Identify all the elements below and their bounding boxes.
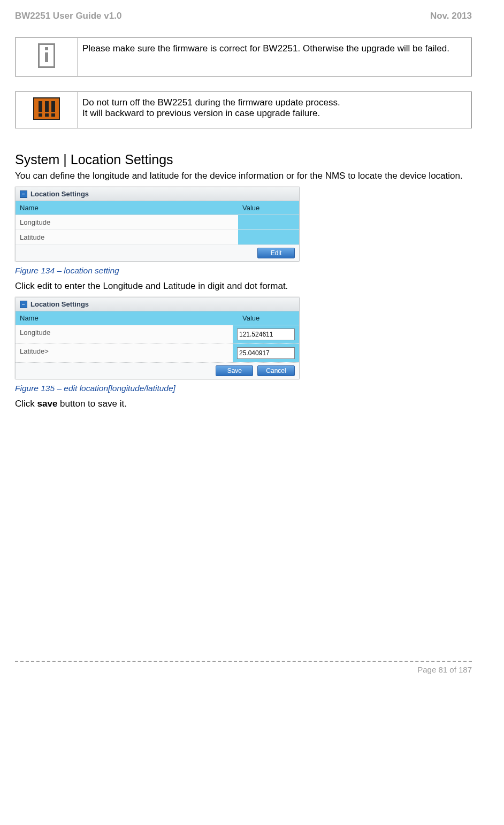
- instruction-text-save: Click save button to save it.: [15, 399, 472, 409]
- warning-line1: Do not turn off the BW2251 during the fi…: [82, 97, 340, 108]
- longitude-input[interactable]: [237, 329, 295, 340]
- save-bold: save: [37, 399, 58, 409]
- info-icon-cell: [16, 38, 78, 77]
- panel-footer: Save Cancel: [16, 363, 299, 379]
- col-header-name: Name: [16, 201, 238, 215]
- table-row: Longitude: [16, 325, 299, 344]
- col-header-value: Value: [238, 201, 299, 215]
- row-label-latitude: Latitude>: [16, 344, 233, 362]
- save-pre: Click: [15, 399, 37, 409]
- panel-footer: Edit: [16, 245, 299, 261]
- footer-divider: [15, 661, 472, 662]
- table-header-row: Name Value: [16, 311, 299, 325]
- panel-title: Location Settings: [30, 300, 89, 308]
- instruction-text-edit: Click edit to enter the Longitude and La…: [15, 281, 472, 292]
- save-button[interactable]: Save: [216, 365, 253, 376]
- info-text: Please make sure the firmware is correct…: [78, 38, 472, 77]
- row-value-latitude: [238, 230, 299, 245]
- doc-title: BW2251 User Guide v1.0: [15, 11, 121, 21]
- table-row: Latitude: [16, 230, 299, 245]
- info-icon: [38, 43, 55, 68]
- row-label-longitude: Longitude: [16, 215, 238, 230]
- table-row: Longitude: [16, 215, 299, 230]
- page-number: Page 81 of 187: [15, 665, 472, 674]
- doc-date: Nov. 2013: [430, 11, 472, 21]
- save-post: button to save it.: [57, 399, 126, 409]
- info-callout: Please make sure the firmware is correct…: [15, 37, 472, 77]
- warning-text: Do not turn off the BW2251 during the fi…: [78, 92, 472, 128]
- row-value-longitude: [238, 215, 299, 230]
- warning-icon: [33, 97, 60, 120]
- section-intro: You can define the longitude and latitud…: [15, 171, 472, 181]
- cancel-button[interactable]: Cancel: [257, 365, 295, 376]
- location-settings-panel-view: − Location Settings Name Value Longitude…: [15, 187, 300, 262]
- latitude-input[interactable]: [237, 347, 295, 359]
- warning-line2: It will backward to previous version in …: [82, 108, 320, 118]
- col-header-value: Value: [238, 311, 299, 325]
- warning-callout: Do not turn off the BW2251 during the fi…: [15, 91, 472, 128]
- row-label-longitude: Longitude: [16, 325, 233, 343]
- warning-icon-cell: [16, 92, 78, 128]
- figure-caption-134: Figure 134 – location setting: [15, 266, 472, 276]
- row-label-latitude: Latitude: [16, 230, 238, 245]
- collapse-icon[interactable]: −: [20, 301, 27, 308]
- table-header-row: Name Value: [16, 201, 299, 215]
- panel-title: Location Settings: [30, 190, 89, 198]
- col-header-name: Name: [16, 311, 238, 325]
- panel-titlebar[interactable]: − Location Settings: [16, 187, 299, 201]
- panel-titlebar[interactable]: − Location Settings: [16, 297, 299, 311]
- location-settings-panel-edit: − Location Settings Name Value Longitude…: [15, 297, 300, 379]
- section-heading: System | Location Settings: [15, 152, 472, 167]
- table-row: Latitude>: [16, 344, 299, 363]
- figure-caption-135: Figure 135 – edit location[longitude/lat…: [15, 384, 472, 393]
- collapse-icon[interactable]: −: [20, 190, 27, 198]
- edit-button[interactable]: Edit: [257, 248, 295, 258]
